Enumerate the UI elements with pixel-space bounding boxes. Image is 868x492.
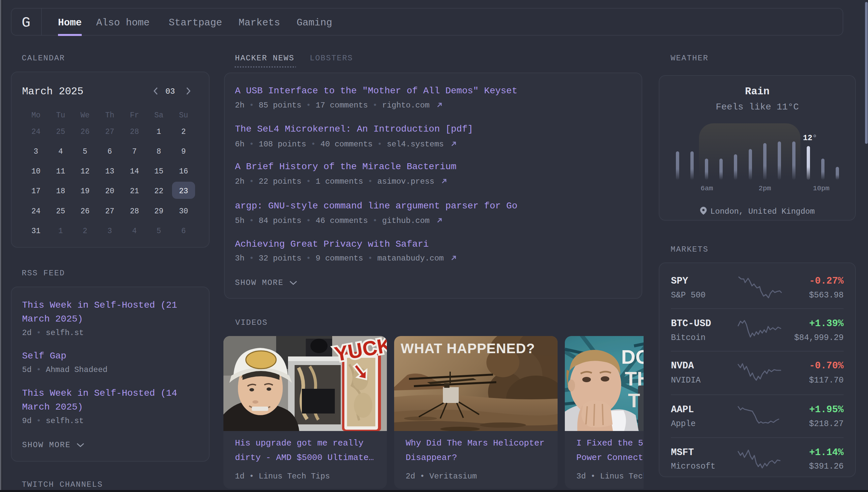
svg-text:TH: TH [625, 368, 643, 390]
svg-text:DO: DO [621, 346, 643, 368]
svg-text:WHAT HAPPENED?: WHAT HAPPENED? [401, 341, 535, 356]
svg-text:T: T [628, 390, 640, 412]
